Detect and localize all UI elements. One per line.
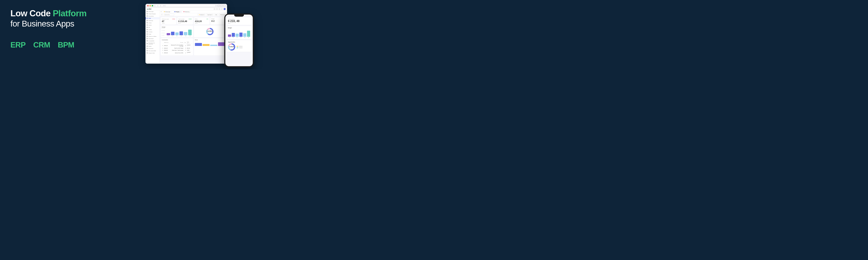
legend: 5 000,0€ 5 000,0€	[237, 46, 242, 48]
url-bar[interactable]	[165, 4, 216, 7]
forward-icon[interactable]	[158, 5, 160, 7]
tab[interactable]: Marketing×	[182, 11, 192, 13]
column-header[interactable]: Référence	[163, 41, 169, 44]
module-icon	[147, 22, 148, 24]
menu-icon[interactable]: ≡	[161, 11, 162, 12]
tab-label: Messenger	[165, 11, 170, 12]
sidebar-item[interactable]: Qualité	[146, 29, 159, 31]
add-button[interactable]: +	[161, 14, 163, 16]
kpi-duration[interactable]: Duréeest. 418,20 Heures	[194, 17, 210, 25]
orders-table-card[interactable]: Commandes RéférenceProduitQtéTotal (M.T.…	[161, 38, 193, 55]
edit-icon[interactable]: ✎	[162, 47, 163, 49]
table-row[interactable]: ✎ID#1125Gopro hero 7 (with receipt)376.9…	[162, 49, 192, 51]
add-icon[interactable]	[220, 5, 222, 7]
header-icons	[214, 8, 226, 10]
bar	[195, 43, 202, 46]
cell-qty: 3	[184, 47, 186, 49]
edit-icon[interactable]: ✎	[162, 44, 163, 47]
sidebar-item[interactable]: Comptabilité	[146, 40, 159, 42]
close-icon[interactable]: ×	[190, 11, 191, 12]
column-header[interactable]: Total (M.T.)	[186, 41, 192, 44]
sidebar-item-label: Parc automobile	[148, 50, 156, 51]
sidebar-item[interactable]: Marketing	[146, 20, 159, 22]
bar-label: Oct	[228, 37, 231, 38]
sidebar-item[interactable]: Projet	[146, 33, 159, 35]
sidebar-item[interactable]: Stocks	[146, 45, 159, 47]
sidebar-icon[interactable]	[161, 5, 163, 7]
actions-button[interactable]: ⚡ Actions ▾	[197, 13, 205, 16]
avatar[interactable]	[224, 8, 226, 10]
edit-icon[interactable]: ✎	[162, 51, 163, 54]
table-row[interactable]: ✎ID#1126Iphone 13 pro 202111146.48 ⋮	[162, 51, 192, 54]
sidebar-item[interactable]: Documents	[146, 15, 159, 17]
nav-buttons[interactable]	[155, 5, 163, 7]
opportunities-chart[interactable]: Opportunités 10 200 Opportunités	[194, 26, 226, 37]
logo[interactable]: axelor	[147, 8, 152, 10]
budget-chart[interactable]: Budget 200 000,00150 000,00100 000,0050 …	[161, 26, 193, 37]
browser-window: axelor MessengerTravail d'équipeDocument…	[146, 4, 227, 64]
edit-icon[interactable]: ✎	[162, 49, 163, 51]
sidebar-item-label: Support client	[148, 52, 155, 53]
kpi-label: Coût du projet	[178, 18, 184, 20]
bars	[195, 41, 225, 46]
view-button[interactable]: Voir	[214, 14, 218, 16]
tab[interactable]: Messenger×	[163, 11, 173, 13]
y-axis: 200 000,00150 000,00100 000,0050 000,00	[161, 28, 165, 36]
sidebar-item[interactable]: CRM	[146, 17, 159, 20]
sidebar-item[interactable]: Messenger	[146, 10, 159, 13]
module-icon	[147, 31, 148, 32]
phone-kpi-cost[interactable]: Coût du projet 6 210, 48 Euros	[227, 17, 251, 25]
sidebar-item-label: Facturation	[148, 38, 154, 39]
cell-ref: ID#1125	[163, 49, 169, 51]
sidebar-item[interactable]: Support client	[146, 52, 159, 54]
hero: Low Code Platform for Business Apps ERP …	[10, 9, 87, 49]
app-body: MessengerTravail d'équipeDocumentsCRMMar…	[146, 8, 227, 64]
search-input[interactable]: Recherche	[164, 14, 174, 16]
kpi-cost[interactable]: Coût du projeton track 6 210,48 Euros	[177, 17, 193, 25]
print-button[interactable]: Imprimer ▾	[206, 13, 213, 16]
table-row[interactable]: ✎ID#1124iPad Pro 2017 Model3594.35 ⋮	[162, 47, 192, 49]
table-row[interactable]: ✎ID#1123Macbook Pro 16 inch (2022 ) For …	[162, 44, 192, 47]
bar-label: Jan	[180, 36, 183, 36]
back-icon[interactable]	[155, 5, 158, 7]
kpi-tasks[interactable]: Tâches en cours+8 days 47 Tâches	[161, 17, 176, 25]
sidebar-item[interactable]: Production	[146, 47, 159, 49]
duration-chart[interactable]: Durée	[194, 38, 226, 55]
mail-icon[interactable]	[216, 8, 218, 10]
bell-icon[interactable]	[221, 8, 222, 10]
tabs-icon[interactable]	[223, 5, 225, 7]
star-icon[interactable]	[219, 8, 220, 10]
module-icon	[147, 27, 148, 28]
sidebar-item[interactable]: RH	[146, 26, 159, 29]
home-icon[interactable]	[214, 8, 215, 10]
status-badge: on track	[188, 18, 192, 20]
column-header[interactable]: Produit	[169, 41, 184, 44]
traffic-lights[interactable]	[147, 5, 153, 6]
bar	[247, 31, 250, 37]
sidebar-item[interactable]: Parc automobile	[146, 49, 159, 52]
tab-label: Projets	[176, 11, 179, 12]
close-icon[interactable]: ×	[171, 11, 172, 12]
sidebar-item[interactable]: Facturation	[146, 37, 159, 40]
module-icon	[147, 50, 148, 51]
sidebar-item[interactable]: Achats	[146, 24, 159, 26]
close-icon[interactable]: ×	[180, 11, 181, 12]
kpi-unit: Euros	[178, 23, 192, 24]
kpi-budget[interactable]: Budget 8 2	[210, 17, 226, 25]
bar	[175, 32, 179, 35]
sidebar-item-label: Gestion à l'affaire	[148, 36, 156, 37]
tab[interactable]: Projets×	[174, 11, 182, 13]
sidebar-item-label: CRM	[148, 18, 151, 19]
sidebar-item[interactable]: Ventes	[146, 22, 159, 24]
share-icon[interactable]	[218, 5, 220, 7]
sidebar-item[interactable]: Gestion à l'affaire	[146, 35, 159, 37]
phone-opportunities[interactable]: Opportunités 10 000,00 Opportunités 5 00…	[227, 40, 251, 52]
chart-title: Budget	[228, 27, 250, 29]
sidebar-item[interactable]: Contrats	[146, 31, 159, 33]
sidebar-item[interactable]: Travail d'équipe	[146, 13, 159, 15]
phone-budget-chart[interactable]: Budget OctNovDecJanFebMar	[227, 26, 251, 39]
sidebar-item[interactable]: Prévisions de trésorerie	[146, 42, 159, 45]
bar	[239, 33, 243, 37]
column-header[interactable]: Qté	[184, 41, 186, 44]
cell-product: Iphone 13 pro 2021	[169, 51, 184, 54]
